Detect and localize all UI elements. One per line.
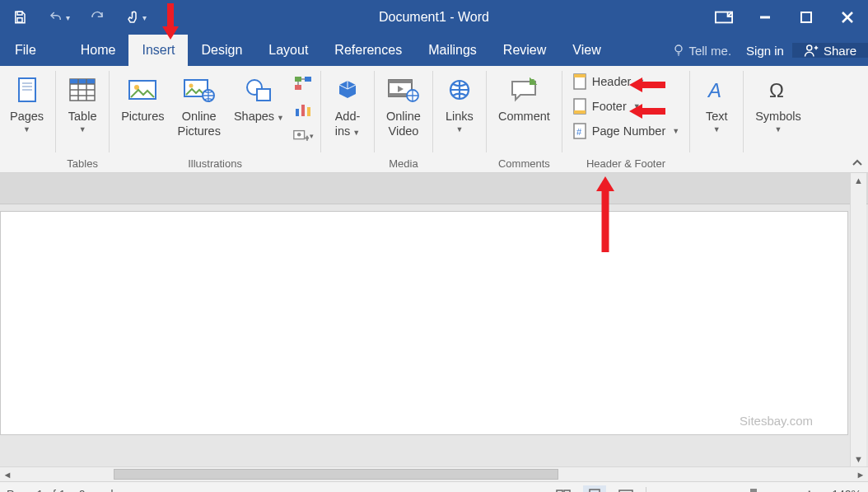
table-label: Table [68, 109, 97, 124]
scroll-down-button[interactable]: ▼ [851, 452, 866, 466]
hscroll-thumb[interactable] [114, 469, 558, 480]
undo-icon [48, 10, 64, 25]
media-group-label: Media [389, 154, 418, 172]
zoom-level[interactable]: 140% [825, 488, 861, 492]
tab-review[interactable]: Review [490, 35, 559, 66]
zoom-out-button[interactable]: − [655, 486, 670, 493]
scroll-right-button[interactable]: ► [853, 470, 868, 480]
comment-button[interactable]: Comment [492, 69, 557, 124]
vertical-scrollbar[interactable]: ▲ ▼ [850, 173, 866, 466]
zoom-slider-thumb[interactable] [750, 489, 757, 492]
share-icon [804, 43, 819, 58]
pages-icon [16, 77, 38, 103]
svg-rect-14 [70, 79, 95, 84]
smartart-button[interactable] [292, 73, 314, 94]
tab-insert[interactable]: Insert [128, 35, 188, 66]
footer-button[interactable]: Footer ▼ [567, 96, 684, 117]
hscroll-track[interactable] [15, 467, 853, 481]
svg-rect-26 [257, 89, 270, 101]
online-pictures-label-1: Online [182, 110, 217, 123]
scroll-left-button[interactable]: ◄ [0, 470, 15, 480]
minimize-button[interactable] [744, 1, 786, 34]
vscroll-track[interactable] [851, 188, 866, 452]
redo-icon [90, 10, 105, 25]
save-button[interactable] [3, 1, 36, 34]
dropdown-caret-icon: ▾ [66, 13, 70, 22]
header-button[interactable]: Header ▼ [567, 71, 684, 92]
close-button[interactable] [827, 1, 868, 34]
group-media: OnlineVideo Media [376, 66, 431, 172]
text-box-icon: A [705, 79, 728, 101]
page-number-button[interactable]: # Page Number ▼ [567, 120, 684, 142]
header-label: Header [592, 75, 632, 88]
svg-point-23 [189, 84, 193, 88]
undo-button[interactable]: ▾ [38, 1, 79, 34]
ribbon: Pages ▼ Table ▼ Tables Pictures Onli [0, 66, 868, 173]
online-pictures-button[interactable]: OnlinePictures [171, 69, 227, 138]
watermark: Sitesbay.com [740, 414, 813, 428]
svg-rect-44 [574, 74, 586, 77]
group-illustrations: Pictures OnlinePictures Shapes▼ +▾ Illus… [111, 66, 319, 172]
text-button[interactable]: A Text ▼ [695, 69, 738, 134]
symbols-icon: Ω [767, 79, 790, 101]
pictures-button[interactable]: Pictures [114, 69, 170, 124]
online-video-label-2: Video [389, 124, 419, 138]
word-count[interactable]: 0 words [79, 488, 119, 492]
shapes-label: Shapes [234, 110, 274, 123]
page-number-icon: # [572, 122, 587, 140]
table-button[interactable]: Table ▼ [61, 69, 104, 134]
sign-in-link[interactable]: Sign in [738, 44, 792, 58]
window-title: Document1 - Word [379, 10, 489, 25]
ruler-area [0, 173, 868, 204]
dropdown-caret-icon: ▼ [633, 102, 641, 110]
links-button[interactable]: Links ▼ [438, 69, 481, 134]
dropdown-caret-icon: ▼ [455, 125, 463, 134]
header-icon [572, 73, 587, 91]
online-video-button[interactable]: OnlineVideo [380, 69, 427, 138]
web-layout-button[interactable] [614, 485, 637, 492]
read-mode-button[interactable] [552, 485, 575, 492]
online-pictures-label-2: Pictures [178, 124, 221, 138]
addins-button[interactable]: Add-ins▼ [326, 69, 369, 140]
svg-point-7 [675, 45, 682, 52]
touch-mode-button[interactable]: ▾ [115, 1, 156, 34]
shapes-button[interactable]: Shapes▼ [227, 69, 291, 125]
svg-text:+: + [305, 135, 309, 143]
text-label: Text [706, 109, 728, 124]
screenshot-button[interactable]: +▾ [292, 125, 314, 147]
svg-text:A: A [707, 79, 721, 101]
tab-file[interactable]: File [0, 35, 51, 66]
svg-point-8 [807, 45, 812, 50]
dropdown-caret-icon: ▼ [79, 125, 86, 134]
redo-button[interactable] [81, 1, 114, 34]
online-video-label-1: Online [386, 110, 421, 123]
tab-design[interactable]: Design [188, 35, 255, 66]
page-indicator[interactable]: Page 1 of 1 [7, 488, 66, 492]
chart-button[interactable] [292, 99, 314, 120]
addins-label-2: ins [335, 124, 351, 138]
tab-home[interactable]: Home [68, 35, 129, 66]
comment-label: Comment [498, 109, 550, 124]
share-label: Share [824, 44, 856, 58]
tab-references[interactable]: References [321, 35, 415, 66]
maximize-button[interactable] [786, 1, 827, 34]
ribbon-tabs: File Home Insert Design Layout Reference… [0, 35, 868, 66]
read-mode-icon [555, 489, 572, 492]
print-layout-button[interactable] [583, 485, 606, 492]
collapse-ribbon-button[interactable] [852, 156, 863, 169]
pages-button[interactable]: Pages ▼ [3, 69, 50, 134]
tab-view[interactable]: View [559, 35, 614, 66]
group-addins: Add-ins▼ [323, 66, 372, 172]
zoom-in-button[interactable]: + [801, 486, 817, 493]
share-button[interactable]: Share [792, 43, 868, 58]
quick-access-toolbar: ▾ ▾ [0, 1, 156, 34]
scroll-up-button[interactable]: ▲ [851, 173, 866, 188]
tab-mailings[interactable]: Mailings [415, 35, 490, 66]
tab-layout[interactable]: Layout [255, 35, 321, 66]
document-page[interactable]: Sitesbay.com [0, 211, 848, 435]
horizontal-scrollbar[interactable]: ◄ ► [0, 466, 868, 481]
ribbon-display-button[interactable] [703, 1, 744, 34]
header-footer-group-label: Header & Footer [586, 154, 665, 172]
tell-me-search[interactable]: Tell me. [665, 44, 738, 58]
symbols-button[interactable]: Ω Symbols ▼ [749, 69, 808, 134]
